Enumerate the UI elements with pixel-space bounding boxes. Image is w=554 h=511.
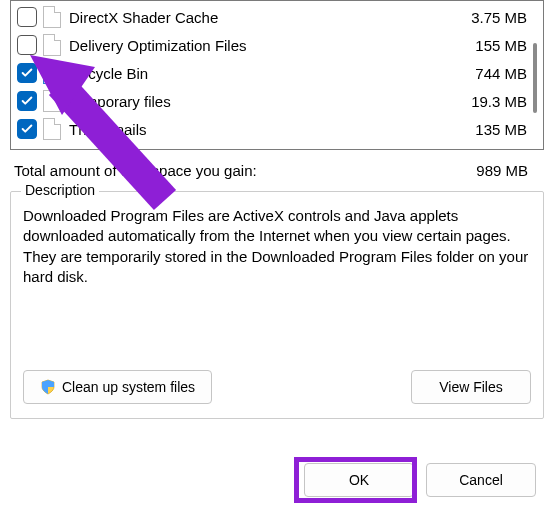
ok-button[interactable]: OK (304, 463, 414, 497)
item-label: DirectX Shader Cache (69, 9, 457, 26)
button-label: View Files (439, 379, 503, 395)
item-label: Temporary files (69, 93, 457, 110)
total-value: 989 MB (476, 162, 528, 179)
files-list: DirectX Shader Cache 3.75 MB Delivery Op… (10, 0, 544, 150)
item-label: Delivery Optimization Files (69, 37, 457, 54)
item-size: 3.75 MB (457, 9, 537, 26)
item-size: 135 MB (457, 121, 537, 138)
list-item[interactable]: Recycle Bin 744 MB (11, 59, 543, 87)
file-icon (43, 90, 61, 112)
file-icon (43, 6, 61, 28)
description-legend: Description (21, 182, 99, 198)
checkbox[interactable] (17, 91, 37, 111)
checkbox[interactable] (17, 35, 37, 55)
shield-icon (40, 379, 56, 395)
list-item[interactable]: Temporary files 19.3 MB (11, 87, 543, 115)
view-files-button[interactable]: View Files (411, 370, 531, 404)
description-text: Downloaded Program Files are ActiveX con… (23, 206, 531, 287)
checkbox[interactable] (17, 7, 37, 27)
button-label: Cancel (459, 472, 503, 488)
recycle-bin-icon (43, 62, 61, 84)
item-size: 155 MB (457, 37, 537, 54)
cancel-button[interactable]: Cancel (426, 463, 536, 497)
scrollbar-thumb[interactable] (533, 43, 537, 113)
total-line: Total amount of disk space you gain: 989… (10, 160, 544, 181)
item-size: 19.3 MB (457, 93, 537, 110)
total-label: Total amount of disk space you gain: (14, 162, 476, 179)
item-label: Thumbnails (69, 121, 457, 138)
file-icon (43, 118, 61, 140)
file-icon (43, 34, 61, 56)
item-size: 744 MB (457, 65, 537, 82)
description-group: Description Downloaded Program Files are… (10, 191, 544, 419)
list-item[interactable]: Delivery Optimization Files 155 MB (11, 31, 543, 59)
button-label: Clean up system files (62, 379, 195, 395)
item-label: Recycle Bin (69, 65, 457, 82)
button-label: OK (349, 472, 369, 488)
checkbox[interactable] (17, 119, 37, 139)
list-item[interactable]: DirectX Shader Cache 3.75 MB (11, 3, 543, 31)
checkbox[interactable] (17, 63, 37, 83)
clean-up-system-files-button[interactable]: Clean up system files (23, 370, 212, 404)
disk-cleanup-panel: DirectX Shader Cache 3.75 MB Delivery Op… (10, 0, 544, 445)
scrollbar[interactable] (527, 3, 541, 147)
list-item[interactable]: Thumbnails 135 MB (11, 115, 543, 143)
